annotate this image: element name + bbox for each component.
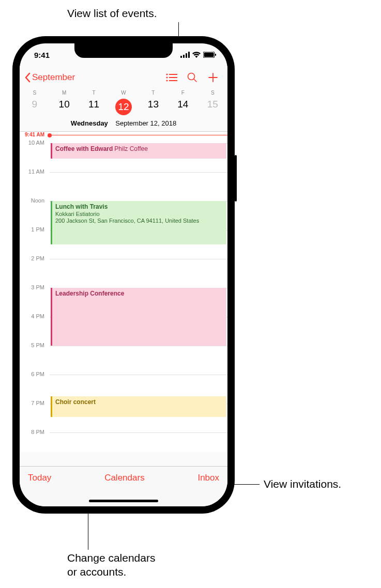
search-icon — [187, 72, 197, 83]
svg-point-11 — [166, 80, 167, 81]
svg-rect-2 — [186, 53, 187, 58]
svg-rect-3 — [188, 52, 190, 58]
weekday-number[interactable]: 12 — [109, 97, 138, 117]
hour-row: 5 PM — [20, 346, 227, 375]
callout-top: View list of events. — [67, 6, 157, 20]
search-button[interactable] — [182, 67, 203, 88]
weekday-letter: M — [49, 89, 79, 97]
hour-line — [50, 375, 227, 375]
weekday-number[interactable]: 9 — [20, 97, 49, 117]
weekday-number[interactable]: 10 — [49, 97, 79, 117]
wifi-icon — [192, 52, 201, 58]
now-label: 9:41 AM — [20, 132, 48, 137]
date-weekday: Wednesday — [71, 119, 108, 127]
home-indicator[interactable] — [89, 500, 158, 502]
hour-line — [50, 259, 227, 259]
hour-label: 10 AM — [20, 140, 48, 146]
timeline[interactable]: 9:41 AM 10 AM11 AMNoon1 PM2 PM3 PM4 PM5 … — [20, 132, 227, 452]
hour-label: 8 PM — [20, 429, 48, 435]
inbox-button[interactable]: Inbox — [197, 473, 219, 483]
weekday-letter: W — [109, 89, 138, 97]
status-time: 9:41 — [34, 51, 50, 59]
calendar-event[interactable]: Choir concert — [51, 396, 226, 417]
weekday-number[interactable]: 15 — [198, 97, 227, 117]
svg-point-9 — [166, 76, 167, 78]
hour-line — [50, 432, 227, 433]
cellular-icon — [180, 52, 190, 58]
hour-row: 2 PM — [20, 259, 227, 288]
bottom-toolbar: Today Calendars Inbox — [20, 466, 227, 506]
event-sub: Kokkari Estiatorio — [55, 211, 223, 217]
plus-icon — [208, 72, 218, 83]
hour-label: 5 PM — [20, 342, 48, 348]
hour-label: 4 PM — [20, 313, 48, 319]
date-rest: September 12, 2018 — [115, 119, 176, 127]
callout-right: View invitations. — [264, 477, 341, 491]
list-view-button[interactable] — [161, 67, 182, 88]
chevron-left-icon — [24, 72, 31, 83]
screen: 9:41 September SMTWTFS 9101112131415 Wed… — [20, 43, 227, 506]
weekday-letter: T — [139, 89, 168, 97]
svg-rect-6 — [215, 54, 216, 56]
calendars-button[interactable]: Calendars — [104, 473, 145, 483]
hour-line — [50, 172, 227, 173]
event-sub: 200 Jackson St, San Francisco, CA 94111,… — [55, 218, 223, 224]
svg-point-7 — [166, 73, 167, 75]
hour-row: 11 AM — [20, 172, 227, 201]
hour-label: 6 PM — [20, 371, 48, 377]
svg-rect-1 — [183, 55, 185, 58]
svg-line-14 — [194, 79, 196, 82]
weekday-letter: S — [20, 89, 49, 97]
weekday-number[interactable]: 11 — [79, 97, 109, 117]
back-label: September — [32, 72, 75, 83]
hour-label: 11 AM — [20, 168, 48, 175]
hour-row: 8 PM — [20, 432, 227, 452]
list-icon — [166, 73, 177, 82]
svg-rect-12 — [169, 80, 177, 81]
date-full: Wednesday September 12, 2018 — [20, 117, 227, 128]
hour-label: 2 PM — [20, 255, 48, 261]
svg-rect-10 — [169, 77, 177, 78]
hour-label: 3 PM — [20, 284, 48, 290]
event-loc: Philz Coffee — [114, 145, 147, 152]
battery-icon — [203, 52, 216, 58]
calendar-event[interactable]: Lunch with TravisKokkari Estiatorio200 J… — [51, 201, 226, 244]
callout-bottom: Change calendars or accounts. — [67, 551, 155, 579]
today-button[interactable]: Today — [28, 473, 51, 483]
event-title: Choir concert — [55, 398, 96, 406]
phone-frame: 9:41 September SMTWTFS 9101112131415 Wed… — [12, 36, 235, 514]
now-line: 9:41 AM — [50, 135, 227, 135]
week-header: SMTWTFS 9101112131415 Wednesday Septembe… — [20, 89, 227, 132]
weekday-letter: S — [198, 89, 227, 97]
weekday-number[interactable]: 13 — [139, 97, 168, 117]
svg-rect-5 — [204, 53, 214, 57]
back-button[interactable]: September — [24, 72, 75, 83]
weekday-letter: T — [79, 89, 109, 97]
weekday-row: SMTWTFS — [20, 89, 227, 97]
status-right — [180, 52, 216, 58]
calendar-event[interactable]: Coffee with EdwardPhilz Coffee — [51, 143, 226, 159]
weeknum-row: 9101112131415 — [20, 97, 227, 117]
weekday-number[interactable]: 14 — [168, 97, 197, 117]
event-title: Leadership Conference — [55, 290, 124, 297]
hour-line — [50, 346, 227, 346]
weekday-letter: F — [168, 89, 197, 97]
nav-bar: September — [20, 66, 227, 89]
svg-rect-8 — [169, 74, 177, 75]
hour-label: 7 PM — [20, 400, 48, 406]
event-title: Coffee with Edward — [55, 145, 113, 152]
calendar-event[interactable]: Leadership Conference — [51, 288, 226, 346]
hour-label: 1 PM — [20, 226, 48, 233]
hour-label: Noon — [20, 197, 48, 204]
add-event-button[interactable] — [203, 67, 223, 88]
svg-rect-0 — [180, 56, 182, 58]
event-title: Lunch with Travis — [55, 203, 108, 210]
now-dot — [48, 133, 52, 137]
notch — [74, 43, 173, 58]
